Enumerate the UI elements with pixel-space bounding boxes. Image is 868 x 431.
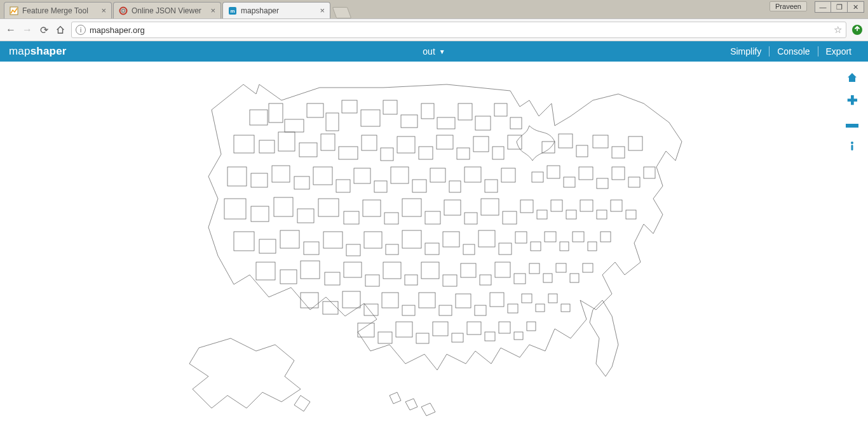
- svg-rect-145: [396, 322, 412, 337]
- svg-rect-120: [495, 262, 510, 277]
- svg-rect-58: [547, 166, 560, 178]
- app-header: mapshaper out ▼ Simplify Console Export: [0, 41, 868, 62]
- svg-rect-152: [514, 332, 523, 340]
- info-icon[interactable]: [845, 139, 859, 153]
- back-button[interactable]: ←: [5, 24, 17, 36]
- minimize-button[interactable]: —: [815, 1, 831, 13]
- svg-rect-48: [354, 168, 370, 183]
- tab-title: Online JSON Viewer: [132, 6, 207, 15]
- home-icon[interactable]: [845, 70, 859, 84]
- svg-rect-41: [628, 136, 642, 150]
- tab-json-viewer[interactable]: Online JSON Viewer ×: [113, 2, 221, 18]
- svg-rect-88: [259, 239, 276, 253]
- svg-rect-132: [402, 305, 415, 315]
- simplify-button[interactable]: Simplify: [722, 46, 769, 56]
- svg-rect-53: [449, 181, 461, 192]
- svg-point-2: [122, 9, 125, 12]
- svg-rect-14: [401, 115, 417, 128]
- svg-rect-24: [299, 143, 317, 157]
- svg-point-1: [120, 7, 127, 14]
- svg-rect-26: [339, 147, 358, 159]
- svg-rect-46: [313, 167, 332, 185]
- chrome-profile-badge[interactable]: Praveen: [770, 1, 807, 11]
- svg-rect-111: [325, 272, 340, 285]
- svg-rect-85: [611, 200, 622, 211]
- svg-rect-28: [381, 148, 393, 161]
- svg-rect-52: [430, 168, 445, 182]
- svg-rect-117: [443, 275, 457, 286]
- site-info-icon[interactable]: i: [76, 25, 86, 35]
- svg-rect-107: [600, 232, 611, 242]
- svg-rect-133: [419, 293, 435, 308]
- svg-rect-83: [580, 200, 593, 211]
- tab-feature-merge[interactable]: Feature Merge Tool ×: [4, 2, 112, 18]
- svg-rect-36: [542, 142, 555, 153]
- svg-rect-50: [391, 167, 409, 183]
- close-window-button[interactable]: ✕: [848, 1, 864, 13]
- svg-rect-32: [457, 148, 470, 159]
- svg-rect-25: [321, 134, 335, 150]
- tab-mapshaper[interactable]: m mapshaper ×: [222, 2, 330, 18]
- svg-rect-65: [224, 199, 246, 219]
- svg-rect-9: [307, 103, 323, 117]
- svg-rect-136: [475, 305, 486, 315]
- svg-rect-150: [485, 332, 495, 341]
- svg-rect-95: [402, 230, 421, 248]
- svg-rect-80: [537, 210, 547, 219]
- tab-title: mapshaper: [241, 6, 316, 15]
- svg-rect-43: [251, 173, 268, 187]
- svg-rect-38: [576, 145, 588, 157]
- svg-rect-78: [503, 211, 517, 224]
- home-button[interactable]: [55, 24, 66, 36]
- export-button[interactable]: Export: [818, 46, 859, 56]
- svg-rect-153: [527, 322, 536, 331]
- svg-rect-93: [364, 232, 382, 248]
- svg-rect-108: [256, 262, 275, 280]
- svg-rect-69: [318, 199, 339, 216]
- svg-rect-30: [419, 147, 433, 159]
- svg-rect-64: [644, 167, 655, 178]
- svg-rect-125: [570, 274, 579, 282]
- svg-rect-72: [384, 213, 398, 224]
- browser-chrome: Feature Merge Tool × Online JSON Viewer …: [0, 0, 868, 41]
- new-tab-button[interactable]: [332, 7, 352, 18]
- maximize-button[interactable]: ❐: [831, 1, 848, 13]
- console-button[interactable]: Console: [770, 46, 817, 56]
- svg-rect-151: [499, 322, 510, 333]
- svg-rect-45: [294, 176, 309, 189]
- svg-rect-135: [456, 294, 471, 308]
- svg-rect-102: [531, 242, 541, 251]
- svg-rect-23: [278, 132, 295, 151]
- svg-rect-71: [363, 200, 381, 216]
- svg-rect-37: [559, 134, 573, 148]
- reload-button[interactable]: ⟳: [38, 24, 50, 36]
- zoom-in-icon[interactable]: ✚: [845, 93, 859, 107]
- svg-rect-90: [304, 242, 319, 255]
- svg-rect-79: [520, 200, 533, 213]
- logo-bold: shaper: [31, 45, 67, 57]
- bookmark-icon[interactable]: ☆: [834, 24, 842, 36]
- app-logo[interactable]: mapshaper: [9, 45, 67, 58]
- omnibox[interactable]: i mapshaper.org ☆: [71, 22, 846, 38]
- svg-rect-148: [452, 333, 463, 342]
- layer-selector[interactable]: out ▼: [423, 46, 445, 56]
- close-icon[interactable]: ×: [101, 6, 106, 15]
- svg-rect-62: [612, 167, 625, 180]
- svg-rect-35: [508, 135, 522, 149]
- svg-rect-139: [522, 294, 532, 303]
- svg-rect-21: [234, 135, 254, 153]
- url-text: mapshaper.org: [90, 25, 834, 35]
- svg-rect-29: [397, 136, 415, 153]
- close-icon[interactable]: ×: [210, 6, 215, 15]
- address-bar: ← → ⟳ i mapshaper.org ☆: [0, 18, 868, 41]
- close-icon[interactable]: ×: [320, 6, 325, 15]
- extension-icon[interactable]: [851, 24, 863, 36]
- svg-rect-104: [560, 242, 569, 251]
- svg-rect-18: [475, 116, 491, 130]
- forward-button[interactable]: →: [22, 24, 33, 36]
- map-svg: [173, 65, 695, 421]
- svg-rect-19: [494, 103, 507, 116]
- svg-rect-7: [269, 103, 283, 123]
- map-viewport[interactable]: ✚ ▬: [0, 62, 868, 431]
- zoom-out-icon[interactable]: ▬: [845, 116, 859, 130]
